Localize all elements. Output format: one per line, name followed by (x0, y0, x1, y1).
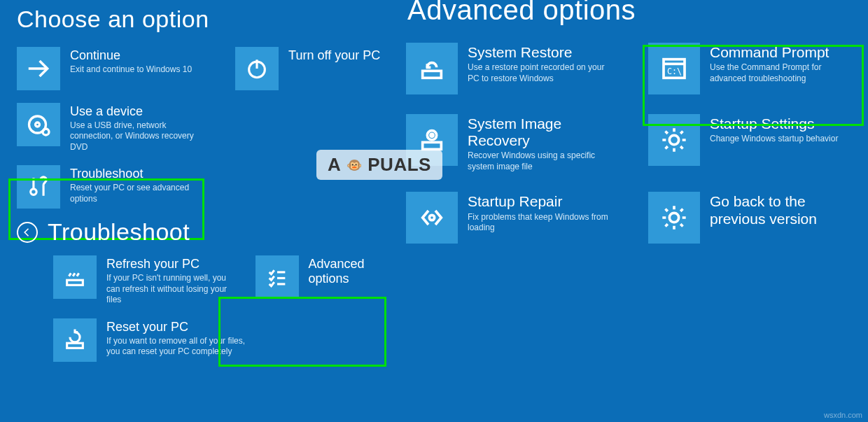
command-prompt-tile[interactable]: C:\ Command Prompt Use the Command Promp… (648, 43, 851, 94)
gear-icon (648, 114, 700, 166)
credit-text: wsxdn.com (824, 411, 862, 419)
troubleshoot-label: Troubleshoot (70, 167, 210, 181)
tools-icon (17, 165, 60, 209)
startup-repair-icon (406, 192, 458, 244)
turn-off-tile[interactable]: Turn off your PC (235, 47, 380, 90)
refresh-pc-desc: If your PC isn't running well, you can r… (106, 273, 230, 306)
system-restore-label: System Restore (468, 44, 609, 61)
startup-settings-label: Startup Settings (710, 115, 838, 132)
startup-settings-tile[interactable]: Startup Settings Change Windows startup … (648, 114, 851, 172)
continue-tile[interactable]: Continue Exit and continue to Windows 10 (17, 47, 192, 90)
svg-rect-12 (423, 71, 442, 78)
svg-point-5 (43, 129, 49, 135)
svg-point-19 (669, 135, 678, 144)
system-image-desc: Recover Windows using a specific system … (468, 150, 609, 172)
svg-point-6 (31, 189, 37, 195)
disc-icon (17, 103, 60, 146)
troubleshoot-desc: Reset your PC or see advanced options (70, 183, 210, 204)
reset-pc-tile[interactable]: Reset your PC If you want to remove all … (53, 318, 396, 362)
system-image-label: System Image Recovery (468, 115, 609, 149)
command-prompt-icon: C:\ (648, 43, 700, 94)
refresh-pc-tile[interactable]: Refresh your PC If your PC isn't running… (53, 255, 230, 305)
system-restore-tile[interactable]: System Restore Use a restore point recor… (406, 43, 609, 94)
svg-text:C:\: C:\ (667, 66, 682, 76)
go-back-tile[interactable]: Go back to the previous version (648, 192, 851, 244)
continue-desc: Exit and continue to Windows 10 (70, 64, 192, 76)
turn-off-label: Turn off your PC (288, 48, 380, 63)
go-back-label: Go back to the previous version (710, 193, 851, 227)
system-image-recovery-tile[interactable]: System Image Recovery Recover Windows us… (406, 114, 609, 172)
startup-repair-desc: Fix problems that keep Windows from load… (468, 212, 609, 234)
use-device-label: Use a device (70, 104, 210, 119)
reset-pc-desc: If you want to remove all of your files,… (106, 336, 246, 358)
svg-point-18 (430, 134, 433, 136)
advanced-options-label: Advanced options (309, 257, 396, 286)
gear-icon (648, 192, 700, 244)
svg-point-21 (669, 213, 678, 223)
svg-point-20 (429, 216, 434, 220)
troubleshoot-panel: Troubleshoot Refresh your PC If your PC … (0, 209, 396, 361)
system-restore-desc: Use a restore point recorded on your PC … (468, 62, 609, 84)
svg-point-4 (36, 122, 40, 127)
command-prompt-desc: Use the Command Prompt for advanced trou… (710, 62, 851, 84)
startup-repair-tile[interactable]: Startup Repair Fix problems that keep Wi… (406, 192, 609, 244)
troubleshoot-tile[interactable]: Troubleshoot Reset your PC or see advanc… (17, 165, 396, 209)
arrow-right-icon (17, 47, 60, 90)
svg-point-17 (427, 131, 436, 140)
system-restore-icon (406, 43, 458, 94)
power-icon (235, 47, 279, 90)
choose-an-option-panel: Choose an option Continue Exit and conti… (0, 0, 396, 209)
troubleshoot-title: Troubleshoot (48, 218, 190, 246)
reset-pc-label: Reset your PC (106, 320, 246, 335)
advanced-title: Advanced options (407, 0, 868, 26)
list-check-icon (255, 255, 299, 299)
reset-pc-icon (53, 318, 97, 362)
use-device-desc: Use a USB drive, network connection, or … (70, 120, 210, 153)
command-prompt-label: Command Prompt (710, 44, 851, 61)
back-button[interactable] (17, 222, 38, 243)
startup-repair-label: Startup Repair (468, 193, 609, 210)
svg-rect-7 (67, 281, 83, 286)
refresh-pc-label: Refresh your PC (106, 257, 230, 272)
system-image-icon (406, 114, 458, 166)
startup-settings-desc: Change Windows startup behavior (710, 134, 838, 145)
use-device-tile[interactable]: Use a device Use a USB drive, network co… (17, 103, 396, 153)
choose-title: Choose an option (17, 6, 396, 33)
refresh-pc-icon (53, 255, 97, 299)
continue-label: Continue (70, 48, 192, 63)
svg-rect-11 (67, 343, 83, 348)
advanced-options-panel: Advanced options System Restore Use a re… (406, 0, 868, 244)
svg-rect-16 (423, 142, 442, 149)
advanced-options-tile[interactable]: Advanced options (255, 255, 396, 305)
